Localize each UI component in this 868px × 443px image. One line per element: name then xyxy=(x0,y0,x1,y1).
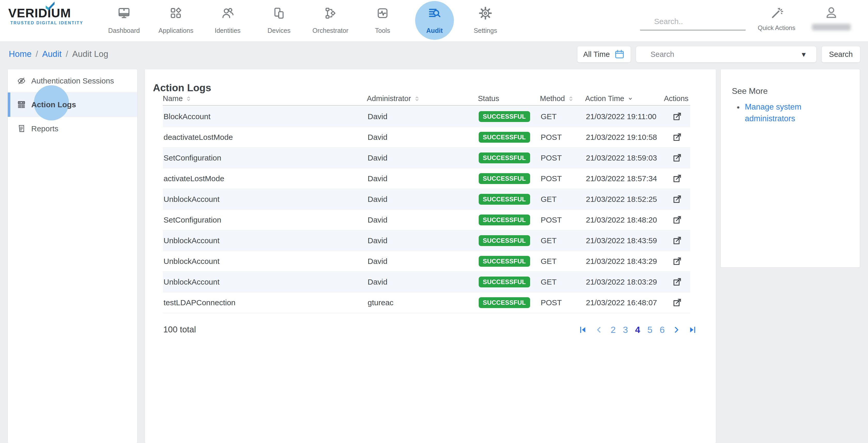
nav-item-settings[interactable]: Settings xyxy=(463,0,507,41)
dashboard-icon xyxy=(117,6,131,20)
nav-item-applications[interactable]: Applications xyxy=(154,0,198,41)
column-header-action-time[interactable]: Action Time xyxy=(585,94,664,103)
logo-tagline: TRUSTED DIGITAL IDENTITY xyxy=(10,21,86,25)
action-logs-panel: Action Logs Name Administrator Status Me… xyxy=(145,69,716,443)
active-item-indicator xyxy=(8,92,10,117)
table-header-row: Name Administrator Status Method Action … xyxy=(163,92,690,106)
nav-item-dashboard[interactable]: Dashboard xyxy=(102,0,146,41)
column-header-administrator[interactable]: Administrator xyxy=(367,94,478,103)
cell-method: GET xyxy=(540,195,585,204)
table-row: UnblockAccount David SUCCESSFUL GET 21/0… xyxy=(163,251,690,272)
last-page-button[interactable] xyxy=(688,325,697,334)
column-header-actions: Actions xyxy=(664,94,690,103)
cell-name: SetConfiguration xyxy=(163,215,367,224)
table-row: SetConfiguration David SUCCESSFUL POST 2… xyxy=(163,210,690,230)
cell-method: GET xyxy=(540,277,585,286)
sort-desc-icon xyxy=(627,95,634,102)
cell-action-time: 21/03/2022 16:48:07 xyxy=(585,298,664,307)
search-field-dropdown[interactable]: Search ▼ xyxy=(636,46,816,63)
nav-item-tools[interactable]: Tools xyxy=(361,0,405,41)
cell-action-time: 21/03/2022 18:43:29 xyxy=(585,257,664,266)
cell-administrator: David xyxy=(367,112,478,121)
cell-action-time: 21/03/2022 19:10:58 xyxy=(585,133,664,142)
search-field-placeholder: Search xyxy=(650,50,674,59)
open-log-detail-button[interactable] xyxy=(672,152,683,164)
veridium-admin-console: VERIDIUM TRUSTED DIGITAL IDENTITY Dashbo… xyxy=(0,0,868,443)
cell-name: UnblockAccount xyxy=(163,236,367,245)
sidebar-item-authentication-sessions[interactable]: Authentication Sessions xyxy=(8,69,137,92)
cell-name: UnblockAccount xyxy=(163,195,367,204)
cell-method: POST xyxy=(540,298,585,307)
breadcrumb-home-link[interactable]: Home xyxy=(9,49,32,59)
see-more-panel: See More • Manage system administrators xyxy=(721,69,860,267)
quick-actions-button[interactable]: Quick Actions xyxy=(753,6,800,32)
nav-label: Devices xyxy=(257,27,301,34)
sidebar-item-label: Action Logs xyxy=(31,100,76,109)
status-badge: SUCCESSFUL xyxy=(479,297,530,308)
open-log-detail-button[interactable] xyxy=(672,256,683,267)
user-menu[interactable] xyxy=(808,5,855,30)
external-link-icon xyxy=(672,235,683,246)
open-log-detail-button[interactable] xyxy=(672,132,683,143)
total-count-label: 100 total xyxy=(163,325,196,334)
nav-item-identities[interactable]: Identities xyxy=(206,0,250,41)
cell-method: POST xyxy=(540,133,585,142)
open-log-detail-button[interactable] xyxy=(672,297,683,308)
external-link-icon xyxy=(672,214,683,225)
breadcrumb-audit-link[interactable]: Audit xyxy=(42,49,61,59)
next-page-button[interactable] xyxy=(672,325,681,334)
nav-label: Settings xyxy=(463,27,507,34)
sidebar-item-reports[interactable]: Reports xyxy=(8,117,137,140)
cell-name: deactivateLostMode xyxy=(163,133,367,142)
sidebar-item-action-logs[interactable]: Action Logs xyxy=(8,92,137,117)
open-log-detail-button[interactable] xyxy=(672,235,683,246)
sidebar-item-label: Reports xyxy=(31,124,58,133)
cell-method: POST xyxy=(540,215,585,224)
settings-gear-icon xyxy=(478,6,492,20)
external-link-icon xyxy=(672,152,683,164)
table-row: UnblockAccount David SUCCESSFUL GET 21/0… xyxy=(163,189,690,210)
cell-name: UnblockAccount xyxy=(163,277,367,286)
eye-off-icon xyxy=(17,76,26,86)
global-search xyxy=(640,14,746,30)
breadcrumb-separator: / xyxy=(66,49,68,59)
open-log-detail-button[interactable] xyxy=(672,214,683,225)
page-number-3[interactable]: 3 xyxy=(623,325,628,335)
open-log-detail-button[interactable] xyxy=(672,276,683,287)
magic-wand-icon xyxy=(769,6,784,21)
column-header-name[interactable]: Name xyxy=(163,94,367,103)
breadcrumb-current: Audit Log xyxy=(72,49,108,59)
page-number-5[interactable]: 5 xyxy=(647,325,652,335)
first-page-button[interactable] xyxy=(579,325,587,334)
veridium-logo[interactable]: VERIDIUM TRUSTED DIGITAL IDENTITY xyxy=(8,7,86,25)
nav-item-audit[interactable]: Audit xyxy=(412,0,457,41)
open-log-detail-button[interactable] xyxy=(672,173,683,184)
cell-administrator: David xyxy=(367,257,478,266)
cell-administrator: David xyxy=(367,133,478,142)
external-link-icon xyxy=(672,173,683,184)
time-range-button[interactable]: All Time xyxy=(577,46,631,63)
chevron-right-icon xyxy=(672,325,681,334)
cell-method: POST xyxy=(540,153,585,162)
manage-system-administrators-link[interactable]: Manage system administrators xyxy=(745,101,825,125)
nav-label: Dashboard xyxy=(102,27,146,34)
open-log-detail-button[interactable] xyxy=(672,111,683,122)
cell-name: UnblockAccount xyxy=(163,257,367,266)
cell-name: BlockAccount xyxy=(163,112,367,121)
previous-page-button[interactable] xyxy=(595,325,603,334)
page-number-6[interactable]: 6 xyxy=(660,325,665,335)
table-row: UnblockAccount David SUCCESSFUL GET 21/0… xyxy=(163,272,690,292)
nav-item-devices[interactable]: Devices xyxy=(257,0,301,41)
search-button[interactable]: Search xyxy=(822,46,860,63)
table-row: SetConfiguration David SUCCESSFUL POST 2… xyxy=(163,148,690,168)
page-number-2[interactable]: 2 xyxy=(611,325,616,335)
column-header-method[interactable]: Method xyxy=(540,94,585,103)
see-more-list-item: • Manage system administrators xyxy=(737,101,825,125)
status-badge: SUCCESSFUL xyxy=(479,214,530,225)
open-log-detail-button[interactable] xyxy=(672,194,683,205)
first-page-icon xyxy=(579,325,587,334)
sort-icon xyxy=(567,95,574,102)
global-search-input[interactable] xyxy=(654,17,754,27)
cell-name: activateLostMode xyxy=(163,174,367,183)
nav-item-orchestrator[interactable]: Orchestrator xyxy=(308,0,352,41)
